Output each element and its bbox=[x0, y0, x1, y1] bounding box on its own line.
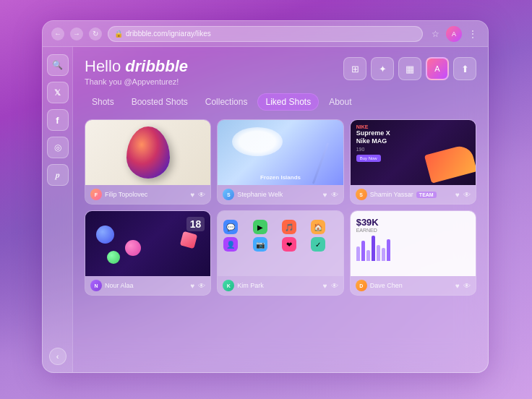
app-icon-1: 💬 bbox=[223, 220, 238, 234]
toolbar-avatar[interactable]: A bbox=[446, 26, 462, 42]
app-icon-7: ❤ bbox=[282, 237, 296, 252]
bar-item bbox=[382, 248, 385, 261]
shot-actions-5: ♥ 👁 bbox=[323, 282, 338, 290]
sphere-blue bbox=[96, 226, 114, 244]
tab-liked-shots[interactable]: Liked Shots bbox=[257, 93, 319, 111]
sphere-pink bbox=[125, 240, 141, 256]
layout-button[interactable]: ▦ bbox=[398, 57, 421, 80]
like-icon-3[interactable]: ♥ bbox=[455, 191, 460, 199]
bar-item bbox=[372, 236, 375, 261]
analytics-value: $39K bbox=[356, 217, 470, 228]
grid-view-button[interactable]: ⊞ bbox=[343, 57, 366, 80]
shot-author-5: K Kim Park bbox=[223, 280, 264, 291]
shot-meta-3: S Shamin Yassar TEAM ♥ 👁 bbox=[351, 185, 476, 204]
view-icon-2[interactable]: 👁 bbox=[331, 191, 338, 199]
tab-about[interactable]: About bbox=[322, 94, 359, 110]
shot-thumb-2[interactable]: Frozen Islands bbox=[218, 120, 343, 185]
frozen-islands-label: Frozen Islands bbox=[260, 174, 301, 181]
author-name-3: Shamin Yassar bbox=[370, 191, 413, 198]
forward-button[interactable]: → bbox=[70, 27, 83, 40]
menu-button[interactable]: ⋮ bbox=[466, 27, 479, 40]
shot-meta-6: D Dave Chen ♥ 👁 bbox=[351, 276, 476, 295]
number-badge: 18 bbox=[186, 217, 205, 231]
bar-item bbox=[356, 246, 360, 261]
brand-name: dribbble bbox=[125, 57, 188, 75]
shot-card-1: F Filip Topolovec ♥ 👁 bbox=[85, 119, 211, 205]
analytics-label: EARNED bbox=[356, 228, 470, 233]
left-sidebar: 🔍 𝕏 f ◎ 𝒑 ‹ bbox=[43, 47, 73, 372]
pencil-object bbox=[312, 143, 328, 184]
app-icon-4: 🏠 bbox=[311, 220, 325, 234]
author-avatar-2: S bbox=[223, 189, 234, 200]
app-icon-3: 🎵 bbox=[282, 220, 296, 234]
sidebar-arrow[interactable]: ‹ bbox=[49, 348, 66, 365]
author-avatar-4: N bbox=[90, 280, 102, 291]
like-icon-4[interactable]: ♥ bbox=[190, 282, 194, 290]
shot-card-6: $39K EARNED D Dave Chen bbox=[350, 210, 476, 296]
view-icon-1[interactable]: 👁 bbox=[198, 191, 205, 199]
shot-card-3: NIKE Supreme XNike MAG 190 Buy Now S Sha… bbox=[350, 119, 476, 205]
shot-meta-1: F Filip Topolovec ♥ 👁 bbox=[85, 185, 210, 204]
app-icon-2: ▶ bbox=[253, 220, 267, 234]
shot-actions-6: ♥ 👁 bbox=[455, 282, 471, 290]
shot-thumb-1[interactable] bbox=[85, 120, 210, 185]
view-icon-3[interactable]: 👁 bbox=[463, 191, 471, 199]
author-name-4: Nour Alaa bbox=[105, 282, 134, 289]
author-name-2: Stephanie Welk bbox=[237, 191, 283, 198]
tab-boosted-shots[interactable]: Boosted Shots bbox=[124, 94, 195, 110]
browser-window: ← → ↻ 🔒 dribbble.com/igniaray/likes ☆ A … bbox=[42, 20, 489, 373]
twitter-button[interactable]: 𝕏 bbox=[47, 82, 69, 103]
sparkle-button[interactable]: ✦ bbox=[371, 57, 394, 80]
bar-item bbox=[361, 241, 365, 261]
shot-actions-1: ♥ 👁 bbox=[190, 191, 205, 199]
subtitle: Thank you @Appventurez! bbox=[85, 77, 188, 86]
tab-collections[interactable]: Collections bbox=[198, 94, 255, 110]
bar-item bbox=[366, 250, 370, 261]
shot-thumb-5[interactable]: 💬 ▶ 🎵 🏠 👤 📷 ❤ ✓ bbox=[218, 211, 343, 276]
like-icon-6[interactable]: ♥ bbox=[455, 282, 460, 290]
author-avatar-1: F bbox=[90, 189, 102, 200]
shots-grid: F Filip Topolovec ♥ 👁 bbox=[85, 119, 476, 296]
app-icon-5: 👤 bbox=[223, 237, 238, 252]
view-icon-6[interactable]: 👁 bbox=[463, 282, 471, 290]
author-avatar-5: K bbox=[223, 280, 234, 291]
shot-actions-3: ♥ 👁 bbox=[455, 191, 471, 199]
profile-header: Hello dribbble Thank you @Appventurez! ⊞… bbox=[85, 57, 476, 86]
shot-meta-2: S Stephanie Welk ♥ 👁 bbox=[218, 185, 343, 204]
hello-text: Hello bbox=[85, 57, 121, 75]
pinterest-button[interactable]: 𝒑 bbox=[47, 164, 69, 186]
back-button[interactable]: ← bbox=[51, 27, 64, 40]
like-icon-5[interactable]: ♥ bbox=[323, 282, 327, 290]
author-avatar-3: S bbox=[356, 189, 367, 200]
browser-content: 🔍 𝕏 f ◎ 𝒑 ‹ Hello dribbble Thank you @Ap… bbox=[43, 47, 488, 372]
author-name-1: Filip Topolovec bbox=[105, 191, 147, 198]
nike-tag: NIKE bbox=[356, 124, 470, 129]
app-icons-grid: 💬 ▶ 🎵 🏠 👤 📷 ❤ ✓ bbox=[218, 211, 343, 260]
shot-card-2: Frozen Islands S Stephanie Welk ♥ 👁 bbox=[217, 119, 343, 205]
bookmark-button[interactable]: ☆ bbox=[429, 27, 442, 40]
upload-button[interactable]: ⬆ bbox=[453, 57, 476, 80]
view-icon-5[interactable]: 👁 bbox=[331, 282, 338, 290]
profile-info: Hello dribbble Thank you @Appventurez! bbox=[85, 57, 188, 86]
shot-thumb-4[interactable]: 18 bbox=[85, 211, 210, 276]
like-icon-1[interactable]: ♥ bbox=[190, 191, 194, 199]
tab-shots[interactable]: Shots bbox=[85, 94, 121, 110]
buy-button[interactable]: Buy Now bbox=[356, 155, 381, 162]
hello-title: Hello dribbble bbox=[85, 57, 188, 76]
shot-author-3: S Shamin Yassar TEAM bbox=[356, 189, 437, 200]
refresh-button[interactable]: ↻ bbox=[89, 27, 102, 40]
shot-actions-4: ♥ 👁 bbox=[190, 282, 205, 290]
view-icon-4[interactable]: 👁 bbox=[198, 282, 205, 290]
team-badge: TEAM bbox=[416, 192, 437, 198]
address-bar[interactable]: 🔒 dribbble.com/igniaray/likes bbox=[108, 26, 423, 42]
shot-thumb-6[interactable]: $39K EARNED bbox=[351, 211, 476, 276]
like-icon-2[interactable]: ♥ bbox=[323, 191, 327, 199]
header-actions: ⊞ ✦ ▦ A ⬆ bbox=[343, 57, 476, 80]
shot-author-6: D Dave Chen bbox=[356, 280, 403, 291]
shot-thumb-3[interactable]: NIKE Supreme XNike MAG 190 Buy Now bbox=[351, 120, 476, 185]
cloud-object bbox=[232, 127, 283, 156]
facebook-button[interactable]: f bbox=[47, 109, 69, 131]
profile-avatar-button[interactable]: A bbox=[426, 57, 449, 80]
instagram-button[interactable]: ◎ bbox=[47, 137, 69, 158]
search-button[interactable]: 🔍 bbox=[47, 54, 69, 76]
